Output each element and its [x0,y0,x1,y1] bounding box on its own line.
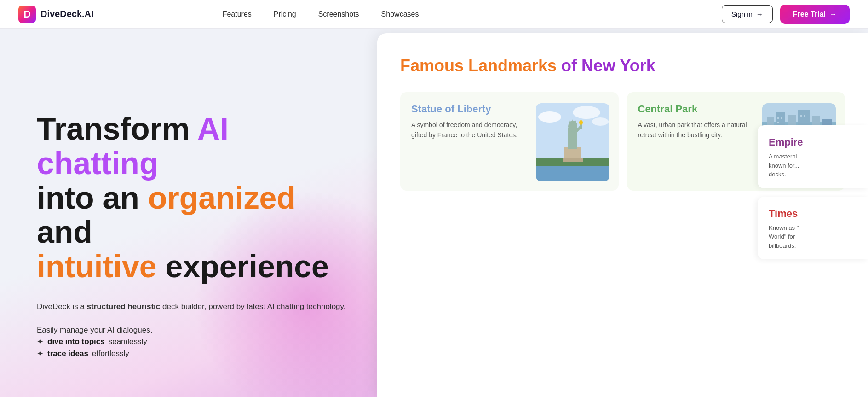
showcase-title-orange: Famous Landmarks [400,56,561,75]
park-desc: A vast, urban park that offers a natural… [638,120,755,140]
park-name: Central Park [638,103,755,115]
hero-heading: Transform AI chatting into an organized … [37,111,350,284]
svg-point-1 [538,111,561,123]
partial-card-empire: Empire A masterpi...known for...decks. [758,125,868,188]
svg-rect-7 [563,158,583,162]
hero-section: Transform AI chatting into an organized … [0,29,377,397]
arrow-icon: → [829,10,837,18]
navbar: D DiveDeck.AI Features Pricing Screensho… [0,0,868,29]
heading-and: and [37,214,92,249]
empire-name: Empire [769,136,859,148]
liberty-desc: A symbol of freedom and democracy, gifte… [411,120,529,140]
svg-rect-28 [804,115,805,117]
showcase-title-purple: of New York [561,56,655,75]
showcase-panel: Famous Landmarks of New York Statue of L… [377,33,868,397]
liberty-name: Statue of Liberty [411,103,529,115]
landmark-card-liberty: Statue of Liberty A symbol of freedom an… [400,92,619,191]
subtext-end: deck builder, powerd by latest AI chatti… [160,302,345,311]
nav-link-pricing[interactable]: Pricing [274,10,296,18]
partial-card-times: Times Known as "World" forbillboards. [758,197,868,260]
park-info: Central Park A vast, urban park that off… [638,103,755,181]
heading-transform: Transform [37,111,197,146]
arrow-icon: → [756,10,763,18]
times-desc: Known as "World" forbillboards. [769,223,859,251]
nav-link-screenshots[interactable]: Screenshots [318,10,359,18]
logo-icon: D [18,6,36,23]
times-name: Times [769,208,859,220]
heading-intuitive: intuitive [37,249,157,284]
feature1-bold: dive into topics [47,337,105,346]
svg-rect-26 [777,122,779,123]
feature1-rest: seamlessly [109,337,147,346]
main-content: Transform AI chatting into an organized … [0,29,868,397]
feature-dive: ✦ dive into topics seamlessly [37,337,350,347]
svg-rect-27 [800,115,802,117]
signin-button[interactable]: Sign in → [722,5,773,23]
feature2-bold: trace ideas [47,349,88,358]
liberty-image [536,103,609,181]
svg-rect-24 [777,117,779,119]
feature-trace: ✦ trace ideas effortlessly [37,349,350,359]
svg-point-15 [579,120,583,125]
logo-link[interactable]: D DiveDeck.AI [18,6,94,23]
nav-actions: Sign in → Free Trial → [722,5,850,24]
heading-into-an: into an [37,180,148,215]
nav-links: Features Pricing Screenshots Showcases [223,10,419,18]
hero-subtext: DiveDeck is a structured heuristic deck … [37,300,350,313]
nav-link-showcases[interactable]: Showcases [381,10,419,18]
star-icon-2: ✦ [37,349,44,359]
feature2-rest: effortlessly [92,349,129,358]
svg-rect-25 [781,117,782,119]
free-trial-button[interactable]: Free Trial → [780,5,850,24]
hero-features: Easily manage your AI dialogues, ✦ dive … [37,326,350,359]
liberty-card-inner: Statue of Liberty A symbol of freedom an… [411,103,609,181]
heading-experience: experience [157,249,329,284]
star-icon-1: ✦ [37,337,44,347]
empire-desc: A masterpi...known for...decks. [769,152,859,179]
partial-cards: Empire A masterpi...known for...decks. T… [758,125,868,259]
subtext-start: DiveDeck is a [37,302,87,311]
subtext-bold: structured heuristic [87,302,161,311]
nav-link-features[interactable]: Features [223,10,252,18]
heading-organized: organized [148,180,296,215]
svg-point-3 [592,117,609,126]
features-intro: Easily manage your AI dialogues, [37,326,350,335]
liberty-info: Statue of Liberty A symbol of freedom an… [411,103,529,181]
brand-name: DiveDeck.AI [40,9,94,19]
showcase-title: Famous Landmarks of New York [400,56,845,76]
svg-point-2 [573,106,600,119]
